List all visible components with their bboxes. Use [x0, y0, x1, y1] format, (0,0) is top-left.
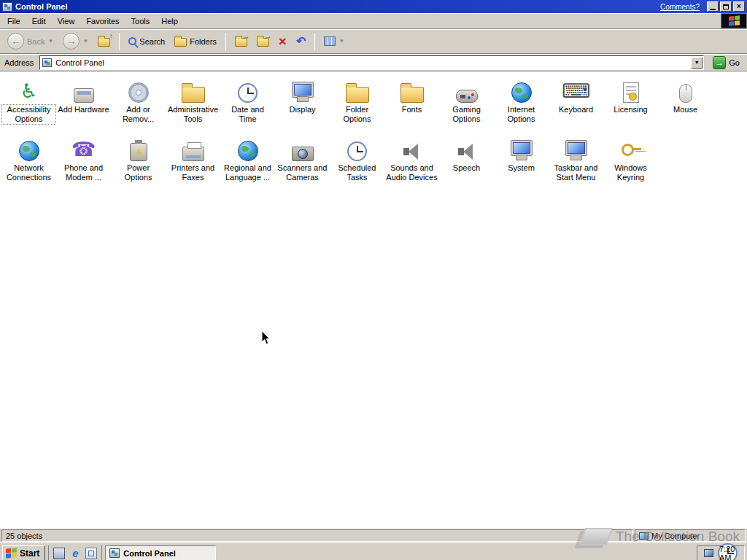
control-panel-item[interactable]: Scheduled Tasks: [330, 133, 384, 191]
control-panel-item[interactable]: Display: [275, 74, 330, 133]
task-label: Control Panel: [123, 549, 176, 558]
control-panel-item[interactable]: Administrative Tools: [166, 74, 220, 133]
control-panel-item[interactable]: ⌨ Keyboard: [549, 74, 603, 133]
folders-label: Folders: [190, 37, 217, 46]
up-button[interactable]: ↑: [94, 31, 114, 52]
forward-dropdown-icon[interactable]: ▼: [82, 38, 88, 44]
control-panel-item[interactable]: ♿ Accessibility Options: [1, 74, 56, 133]
control-panel-item[interactable]: Taskbar and Start Menu: [549, 133, 603, 191]
toolbar-separator: [225, 33, 226, 50]
control-panel-item[interactable]: Internet Options: [494, 74, 549, 133]
views-dropdown-icon: ▼: [338, 38, 344, 44]
search-button[interactable]: Search: [125, 31, 169, 52]
system-icon: [511, 140, 533, 156]
window-title: Control Panel: [15, 2, 68, 11]
control-panel-item[interactable]: Date and Time: [220, 74, 275, 133]
start-button[interactable]: Start: [2, 545, 45, 560]
address-dropdown-button[interactable]: ▼: [691, 57, 703, 69]
menu-tools[interactable]: Tools: [125, 15, 156, 28]
control-panel-item[interactable]: Network Connections: [1, 133, 56, 191]
copy-arrow-icon: →: [264, 31, 272, 40]
start-label: Start: [20, 548, 39, 559]
menu-view[interactable]: View: [52, 15, 81, 28]
accessibility-options-icon: ♿: [20, 79, 37, 103]
folder-options-icon: [346, 87, 369, 103]
title-bar[interactable]: Control Panel Comments? ×: [0, 0, 747, 13]
views-button[interactable]: ▼: [320, 31, 348, 52]
item-icon-holder: [620, 135, 642, 161]
control-panel-item[interactable]: Licensing: [603, 74, 658, 133]
internet-explorer-icon[interactable]: e: [69, 548, 81, 559]
address-label: Address: [3, 58, 35, 67]
item-icon-holder: [292, 135, 314, 161]
control-panel-item[interactable]: Windows Keyring: [603, 133, 658, 191]
item-icon-holder: [74, 77, 94, 103]
item-icon-holder: [182, 77, 205, 103]
control-panel-item[interactable]: Mouse: [658, 74, 713, 133]
control-panel-item[interactable]: Scanners and Cameras: [275, 133, 330, 191]
tray-display-icon[interactable]: [704, 549, 713, 557]
delete-button[interactable]: ×: [275, 31, 290, 52]
control-panel-item[interactable]: Power Options: [111, 133, 166, 191]
copy-to-button[interactable]: →: [253, 31, 273, 52]
minimize-button[interactable]: [707, 1, 719, 12]
item-label: Administrative Tools: [166, 105, 220, 124]
item-icon-holder: [130, 135, 147, 161]
mouse-icon: [679, 84, 692, 103]
keyboard-icon: ⌨: [562, 79, 590, 103]
licensing-icon: [623, 82, 639, 103]
control-panel-item[interactable]: Add or Remov...: [111, 74, 166, 133]
undo-button[interactable]: ↶: [293, 31, 309, 52]
phone-and-modem-icon: ☎: [71, 138, 96, 161]
menu-help[interactable]: Help: [155, 15, 184, 28]
item-label: Add or Remov...: [112, 105, 165, 124]
control-panel-window: Control Panel Comments? × File Edit View…: [0, 0, 747, 542]
scheduled-tasks-icon: [347, 141, 367, 161]
back-label: Back: [27, 37, 44, 46]
item-label: Internet Options: [495, 105, 548, 124]
taskbar-clock: 7:20 AM: [718, 543, 738, 560]
address-value[interactable]: Control Panel: [55, 58, 687, 67]
control-panel-item[interactable]: Sounds and Audio Devices: [384, 133, 439, 191]
back-button[interactable]: ← Back ▼: [4, 31, 57, 52]
control-panel-item[interactable]: Fonts: [384, 74, 439, 133]
folders-button[interactable]: Folders: [171, 31, 220, 52]
item-label: Folder Options: [330, 105, 384, 124]
item-label: Accessibility Options: [2, 105, 55, 124]
forward-button[interactable]: → ▼: [59, 31, 92, 52]
item-icon-holder: [400, 77, 424, 103]
folder-view[interactable]: ♿ Accessibility Options Add Hardware Add…: [0, 71, 747, 528]
menu-edit[interactable]: Edit: [26, 15, 52, 28]
address-combo-box[interactable]: Control Panel ▼: [39, 55, 704, 70]
control-panel-item[interactable]: Regional and Language ...: [220, 133, 275, 191]
restore-icon: [723, 4, 729, 9]
item-label: Printers and Faxes: [166, 163, 220, 182]
control-panel-window-icon: [2, 2, 12, 12]
control-panel-item[interactable]: System: [494, 133, 549, 191]
control-panel-item[interactable]: Printers and Faxes: [166, 133, 220, 191]
show-desktop-icon[interactable]: [53, 548, 65, 559]
move-to-button[interactable]: →: [231, 31, 251, 52]
scanners-and-cameras-icon: [292, 147, 314, 161]
item-label: Scheduled Tasks: [330, 163, 384, 182]
control-panel-item[interactable]: Gaming Options: [439, 74, 494, 133]
item-icon-holder: [456, 77, 478, 103]
control-panel-item[interactable]: Folder Options: [330, 74, 384, 133]
comments-link[interactable]: Comments?: [660, 3, 700, 11]
back-dropdown-icon[interactable]: ▼: [47, 38, 53, 44]
outlook-express-icon[interactable]: [85, 548, 97, 559]
go-button[interactable]: → Go: [708, 56, 744, 69]
close-button[interactable]: ×: [733, 1, 745, 12]
menu-file[interactable]: File: [1, 15, 26, 28]
item-icon-holder: [511, 77, 532, 103]
control-panel-item[interactable]: ☎ Phone and Modem ...: [56, 133, 111, 191]
minimize-icon: [710, 9, 716, 10]
control-panel-item[interactable]: Speech: [439, 133, 494, 191]
taskbar-task-control-panel[interactable]: Control Panel: [105, 545, 216, 560]
forward-icon: →: [63, 33, 80, 50]
speech-icon: [457, 142, 477, 161]
add-hardware-icon: [74, 88, 94, 103]
menu-favorites[interactable]: Favorites: [80, 15, 125, 28]
control-panel-item[interactable]: Add Hardware: [56, 74, 111, 133]
restore-button[interactable]: [720, 1, 732, 12]
